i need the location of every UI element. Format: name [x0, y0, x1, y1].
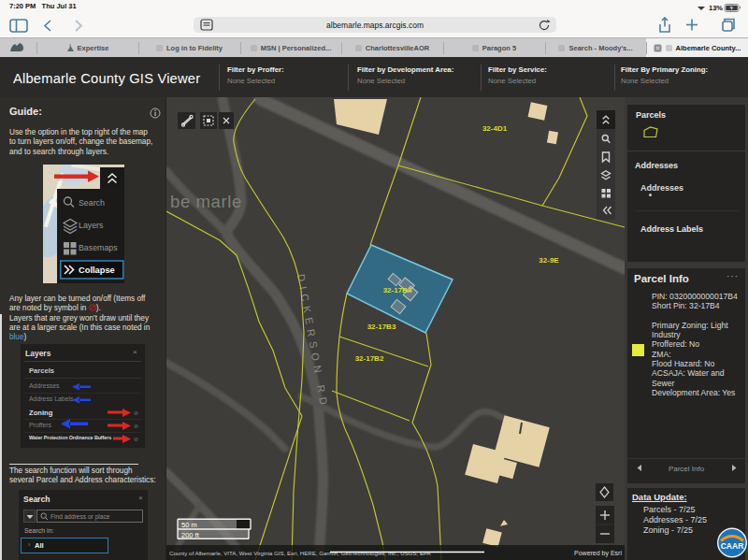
- svg-text:Basemaps: Basemaps: [79, 243, 118, 252]
- svg-text:be marle: be marle: [170, 192, 242, 211]
- svg-text:Search: Search: [79, 198, 105, 208]
- svg-text:CAAR: CAAR: [721, 541, 744, 551]
- svg-text:32-9E: 32-9E: [539, 256, 559, 265]
- svg-text:Powered by Esri: Powered by Esri: [574, 550, 622, 557]
- svg-text:32-17B4: 32-17B4: [383, 286, 412, 294]
- svg-text:Layers: Layers: [79, 221, 104, 230]
- svg-text:50 m: 50 m: [181, 521, 197, 529]
- svg-text:13%: 13%: [709, 4, 723, 12]
- svg-text:⊘: ⊘: [134, 410, 138, 416]
- svg-text:32-17B3: 32-17B3: [367, 323, 396, 331]
- svg-text:Collapse: Collapse: [79, 266, 115, 275]
- svg-text:⊘: ⊘: [134, 437, 138, 442]
- svg-text:⊘: ⊘: [134, 424, 138, 429]
- svg-text:32-17B2: 32-17B2: [355, 354, 384, 363]
- svg-text:200 ft: 200 ft: [181, 531, 200, 539]
- svg-text:County of Albemarle, VITA, Wes: County of Albemarle, VITA, West Virginia…: [169, 550, 432, 556]
- svg-text:32-4D1: 32-4D1: [482, 124, 508, 133]
